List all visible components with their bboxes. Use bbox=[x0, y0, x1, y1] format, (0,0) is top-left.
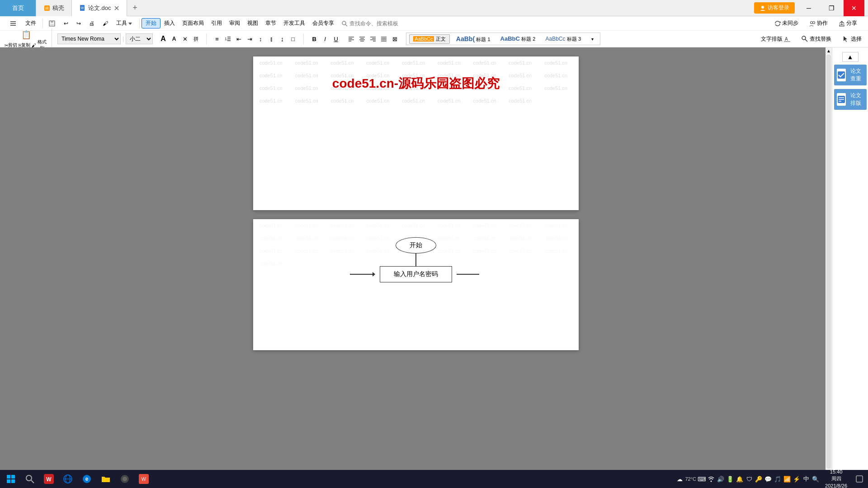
svg-marker-45 bbox=[844, 36, 847, 42]
menu-hamburger[interactable] bbox=[6, 19, 20, 28]
toolbar-search-input[interactable] bbox=[349, 20, 422, 27]
sidebar-scroll-up[interactable]: ▲ bbox=[842, 52, 859, 62]
tray-icon-4[interactable]: 🔔 bbox=[736, 475, 744, 483]
thesis-format-button[interactable]: 论文排版 bbox=[834, 89, 867, 110]
underline-button[interactable]: U bbox=[331, 34, 341, 44]
titlebar: 首页 稿 稿壳 W 论文.doc + 访客登录 ─ ❐ ✕ bbox=[0, 0, 868, 16]
ordered-list-button[interactable]: 1. bbox=[223, 34, 233, 44]
indent-right-button[interactable]: ⇥ bbox=[245, 34, 255, 44]
style-h3[interactable]: AaBbCc 标题 3 bbox=[542, 35, 585, 43]
menu-member[interactable]: 会员专享 bbox=[309, 19, 338, 28]
tab-home[interactable]: 首页 bbox=[0, 0, 36, 16]
tab-draft-label: 稿壳 bbox=[52, 4, 64, 12]
redo-button[interactable]: ↪ bbox=[73, 19, 85, 28]
tray-icon-11[interactable]: 🔍 bbox=[811, 475, 820, 483]
ime-icon[interactable]: 中 bbox=[802, 475, 810, 483]
menu-reference[interactable]: 引用 bbox=[208, 19, 226, 28]
toolbar-search-area bbox=[338, 20, 425, 27]
find-replace-button[interactable]: 查找替换 bbox=[797, 34, 835, 44]
style-h2[interactable]: AaBbC 标题 2 bbox=[497, 34, 539, 43]
tray-icon-3[interactable]: 🔋 bbox=[726, 475, 734, 483]
tray-icon-7[interactable]: 💬 bbox=[764, 475, 772, 483]
tray-icon-6[interactable]: 🔑 bbox=[755, 475, 763, 483]
menu-chapter[interactable]: 章节 bbox=[262, 19, 280, 28]
restore-button[interactable]: ❐ bbox=[821, 0, 842, 16]
svg-point-84 bbox=[711, 481, 712, 482]
column-button[interactable]: ⫿ bbox=[266, 34, 276, 44]
notification-button[interactable] bbox=[853, 471, 866, 487]
tab-draft[interactable]: 稿 稿壳 bbox=[36, 0, 72, 16]
close-button[interactable]: ✕ bbox=[844, 0, 864, 16]
draft-icon: 稿 bbox=[43, 5, 51, 12]
align-right-icon bbox=[370, 36, 376, 42]
tray-icon-9[interactable]: 📶 bbox=[783, 475, 791, 483]
alignment-group: ⊠ bbox=[344, 34, 401, 44]
notification-icon bbox=[856, 475, 863, 483]
print-button[interactable]: 🖨 bbox=[85, 19, 98, 28]
paste-button[interactable]: 📋 bbox=[18, 28, 34, 41]
indent-left-button[interactable]: ⇤ bbox=[234, 34, 244, 44]
page1-content: code51.cn-源码乐园盗图必究 bbox=[253, 56, 579, 111]
increase-font-button[interactable]: A bbox=[158, 34, 168, 44]
select-button[interactable]: 选择 bbox=[839, 34, 865, 44]
collab-button[interactable]: 协作 bbox=[806, 19, 831, 28]
styles-expand-button[interactable]: ▾ bbox=[587, 34, 597, 44]
minimize-button[interactable]: ─ bbox=[798, 0, 819, 16]
distribute-button[interactable]: ⊠ bbox=[390, 34, 400, 44]
svg-point-6 bbox=[761, 6, 764, 9]
justify-icon bbox=[381, 36, 387, 42]
right-sidebar: ▲ 论文查重 论文排版 bbox=[832, 47, 868, 476]
line-spacing-button[interactable]: ↨ bbox=[277, 34, 287, 44]
menu-start[interactable]: 开始 bbox=[142, 18, 160, 28]
align-center-button[interactable] bbox=[357, 34, 367, 44]
unsync-button[interactable]: 未同步 bbox=[771, 19, 802, 28]
tray-icon-1[interactable]: ⌨ bbox=[698, 475, 706, 483]
style-h1[interactable]: AaBb( 标题 1 bbox=[453, 34, 494, 44]
menu-devtools[interactable]: 开发工具 bbox=[280, 19, 309, 28]
tab-doc[interactable]: W 论文.doc bbox=[72, 0, 127, 16]
save-button[interactable] bbox=[45, 19, 59, 28]
decrease-font-button[interactable]: A bbox=[169, 34, 179, 44]
menu-view[interactable]: 视图 bbox=[244, 19, 262, 28]
unordered-list-button[interactable]: ≡ bbox=[212, 34, 222, 44]
flow-arrow-1 bbox=[415, 253, 416, 266]
thesis-check-button[interactable]: 论文查重 bbox=[834, 65, 867, 85]
sync-icon bbox=[774, 20, 781, 27]
menu-review[interactable]: 审阅 bbox=[226, 19, 244, 28]
share-button[interactable]: 分享 bbox=[835, 19, 861, 28]
italic-button[interactable]: I bbox=[320, 34, 330, 44]
format-paint-button[interactable]: 🖌 bbox=[99, 19, 112, 28]
clear-format-button[interactable]: ✕ bbox=[180, 34, 190, 44]
border-button[interactable]: □ bbox=[288, 34, 298, 44]
font-size-select[interactable]: 小二 bbox=[126, 33, 153, 44]
tray-icon-2[interactable]: 🔊 bbox=[717, 475, 725, 483]
document-pages[interactable]: const p1wm = document.currentScript.pare… bbox=[0, 47, 832, 476]
menu-insert[interactable]: 插入 bbox=[160, 19, 179, 28]
network-icon[interactable] bbox=[707, 475, 715, 483]
flowchart-start: 开始 bbox=[396, 237, 436, 253]
tools-dropdown[interactable]: 工具 bbox=[113, 19, 136, 28]
align-right-button[interactable] bbox=[368, 34, 378, 44]
font-panel-button[interactable]: 文字排版 A bbox=[757, 34, 794, 44]
page2-content: 开始 输入用 bbox=[253, 219, 579, 355]
left-side-arrow bbox=[350, 272, 375, 277]
login-button[interactable]: 访客登录 bbox=[754, 2, 795, 14]
main-area: const wm = document.currentScript.parent… bbox=[0, 47, 868, 476]
style-normal[interactable]: AaBbCc 正文 bbox=[409, 34, 450, 44]
svg-line-72 bbox=[31, 480, 34, 483]
svg-rect-69 bbox=[7, 479, 10, 483]
bold-button[interactable]: B bbox=[309, 34, 319, 44]
phonetic-button[interactable]: 拼 bbox=[191, 34, 201, 44]
justify-button[interactable] bbox=[379, 34, 389, 44]
close-tab-icon[interactable] bbox=[114, 5, 119, 11]
undo-button[interactable]: ↩ bbox=[60, 19, 72, 28]
tray-icon-8[interactable]: 🎵 bbox=[774, 475, 782, 483]
menu-layout[interactable]: 页面布局 bbox=[179, 19, 208, 28]
font-name-select[interactable]: Times New Roma bbox=[57, 33, 121, 44]
menu-file[interactable]: 文件 bbox=[22, 19, 40, 28]
align-left-button[interactable] bbox=[346, 34, 356, 44]
bluetooth-icon[interactable]: ⚡ bbox=[793, 475, 801, 483]
sort-button[interactable]: ↕ bbox=[255, 34, 265, 44]
tray-icon-5[interactable]: 🛡 bbox=[745, 475, 753, 483]
add-tab-button[interactable]: + bbox=[127, 0, 143, 16]
